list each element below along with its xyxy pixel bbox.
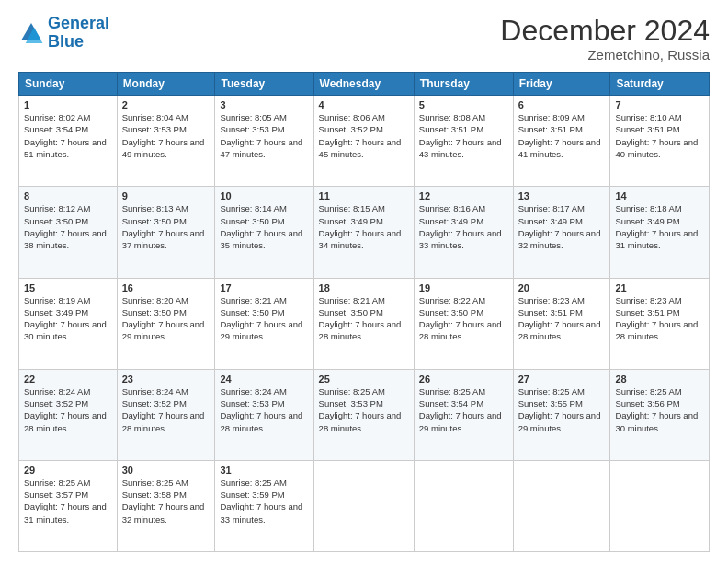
calendar-week-2: 8Sunrise: 8:12 AMSunset: 3:50 PMDaylight…	[19, 187, 710, 278]
calendar-cell: 27Sunrise: 8:25 AMSunset: 3:55 PMDayligh…	[513, 369, 610, 460]
day-detail: Sunrise: 8:12 AMSunset: 3:50 PMDaylight:…	[24, 202, 112, 251]
day-number: 11	[319, 190, 409, 201]
calendar-cell	[513, 460, 610, 551]
calendar-subtitle: Zemetchino, Russia	[500, 47, 710, 63]
calendar-cell: 4Sunrise: 8:06 AMSunset: 3:52 PMDaylight…	[313, 96, 414, 187]
calendar-cell: 12Sunrise: 8:16 AMSunset: 3:49 PMDayligh…	[414, 187, 513, 278]
day-detail: Sunrise: 8:18 AMSunset: 3:49 PMDaylight:…	[615, 202, 704, 251]
calendar-week-5: 29Sunrise: 8:25 AMSunset: 3:57 PMDayligh…	[19, 460, 710, 551]
day-detail: Sunrise: 8:02 AMSunset: 3:54 PMDaylight:…	[24, 111, 112, 160]
calendar-header-row: Sunday Monday Tuesday Wednesday Thursday…	[19, 73, 710, 96]
calendar-cell: 31Sunrise: 8:25 AMSunset: 3:59 PMDayligh…	[215, 460, 313, 551]
day-detail: Sunrise: 8:25 AMSunset: 3:55 PMDaylight:…	[518, 385, 606, 434]
day-number: 21	[615, 282, 704, 293]
day-number: 6	[518, 99, 606, 110]
header-monday: Monday	[117, 73, 215, 96]
day-detail: Sunrise: 8:16 AMSunset: 3:49 PMDaylight:…	[419, 202, 508, 251]
calendar-cell: 11Sunrise: 8:15 AMSunset: 3:49 PMDayligh…	[313, 187, 414, 278]
header-thursday: Thursday	[414, 73, 513, 96]
calendar-cell: 22Sunrise: 8:24 AMSunset: 3:52 PMDayligh…	[19, 369, 118, 460]
day-number: 24	[220, 373, 308, 385]
calendar-cell: 17Sunrise: 8:21 AMSunset: 3:50 PMDayligh…	[215, 278, 313, 369]
day-number: 2	[122, 99, 210, 110]
day-number: 15	[24, 282, 112, 293]
day-number: 9	[122, 190, 210, 201]
day-number: 16	[122, 282, 210, 293]
day-detail: Sunrise: 8:25 AMSunset: 3:53 PMDaylight:…	[319, 385, 409, 434]
page: General Blue December 2024 Zemetchino, R…	[0, 0, 728, 563]
logo-line1: General	[48, 14, 109, 32]
calendar-cell: 29Sunrise: 8:25 AMSunset: 3:57 PMDayligh…	[19, 460, 118, 551]
calendar-cell: 2Sunrise: 8:04 AMSunset: 3:53 PMDaylight…	[117, 96, 215, 187]
day-detail: Sunrise: 8:13 AMSunset: 3:50 PMDaylight:…	[122, 202, 210, 251]
day-number: 17	[220, 282, 308, 293]
calendar-cell: 16Sunrise: 8:20 AMSunset: 3:50 PMDayligh…	[117, 278, 215, 369]
day-detail: Sunrise: 8:21 AMSunset: 3:50 PMDaylight:…	[220, 294, 308, 343]
day-detail: Sunrise: 8:19 AMSunset: 3:49 PMDaylight:…	[24, 294, 112, 343]
calendar-cell: 7Sunrise: 8:10 AMSunset: 3:51 PMDaylight…	[610, 96, 710, 187]
day-number: 25	[319, 373, 409, 385]
day-number: 1	[24, 99, 112, 110]
day-number: 8	[24, 190, 112, 201]
day-number: 26	[419, 373, 508, 385]
day-detail: Sunrise: 8:09 AMSunset: 3:51 PMDaylight:…	[518, 111, 606, 160]
day-detail: Sunrise: 8:25 AMSunset: 3:57 PMDaylight:…	[24, 477, 112, 525]
header: General Blue December 2024 Zemetchino, R…	[18, 15, 710, 63]
header-tuesday: Tuesday	[215, 73, 313, 96]
calendar-cell: 19Sunrise: 8:22 AMSunset: 3:50 PMDayligh…	[414, 278, 513, 369]
logo-icon	[18, 20, 44, 46]
calendar-cell: 5Sunrise: 8:08 AMSunset: 3:51 PMDaylight…	[414, 96, 513, 187]
day-detail: Sunrise: 8:04 AMSunset: 3:53 PMDaylight:…	[122, 111, 210, 160]
day-number: 12	[419, 190, 508, 201]
calendar-cell: 18Sunrise: 8:21 AMSunset: 3:50 PMDayligh…	[313, 278, 414, 369]
header-saturday: Saturday	[610, 73, 710, 96]
day-detail: Sunrise: 8:23 AMSunset: 3:51 PMDaylight:…	[615, 294, 704, 343]
day-number: 27	[518, 373, 606, 385]
day-detail: Sunrise: 8:10 AMSunset: 3:51 PMDaylight:…	[615, 111, 704, 160]
day-detail: Sunrise: 8:24 AMSunset: 3:52 PMDaylight:…	[122, 385, 210, 434]
day-number: 30	[122, 465, 210, 476]
day-detail: Sunrise: 8:24 AMSunset: 3:53 PMDaylight:…	[220, 385, 308, 434]
header-friday: Friday	[513, 73, 610, 96]
calendar-cell: 1Sunrise: 8:02 AMSunset: 3:54 PMDaylight…	[19, 96, 118, 187]
day-number: 5	[419, 99, 508, 110]
day-number: 3	[220, 99, 308, 110]
day-detail: Sunrise: 8:25 AMSunset: 3:54 PMDaylight:…	[419, 385, 508, 434]
day-number: 23	[122, 373, 210, 385]
day-number: 28	[615, 373, 704, 385]
calendar-cell: 24Sunrise: 8:24 AMSunset: 3:53 PMDayligh…	[215, 369, 313, 460]
logo-line2: Blue	[48, 32, 84, 51]
day-number: 4	[319, 99, 409, 110]
day-detail: Sunrise: 8:06 AMSunset: 3:52 PMDaylight:…	[319, 111, 409, 160]
calendar-cell: 9Sunrise: 8:13 AMSunset: 3:50 PMDaylight…	[117, 187, 215, 278]
calendar-cell: 3Sunrise: 8:05 AMSunset: 3:53 PMDaylight…	[215, 96, 313, 187]
day-detail: Sunrise: 8:08 AMSunset: 3:51 PMDaylight:…	[419, 111, 508, 160]
day-number: 7	[615, 99, 704, 110]
day-number: 22	[24, 373, 112, 385]
day-number: 29	[24, 465, 112, 476]
day-detail: Sunrise: 8:20 AMSunset: 3:50 PMDaylight:…	[122, 294, 210, 343]
day-detail: Sunrise: 8:22 AMSunset: 3:50 PMDaylight:…	[419, 294, 508, 343]
calendar-cell: 13Sunrise: 8:17 AMSunset: 3:49 PMDayligh…	[513, 187, 610, 278]
day-number: 18	[319, 282, 409, 293]
day-detail: Sunrise: 8:21 AMSunset: 3:50 PMDaylight:…	[319, 294, 409, 343]
calendar-cell: 25Sunrise: 8:25 AMSunset: 3:53 PMDayligh…	[313, 369, 414, 460]
calendar-cell: 21Sunrise: 8:23 AMSunset: 3:51 PMDayligh…	[610, 278, 710, 369]
day-detail: Sunrise: 8:25 AMSunset: 3:59 PMDaylight:…	[220, 477, 308, 525]
calendar-cell: 30Sunrise: 8:25 AMSunset: 3:58 PMDayligh…	[117, 460, 215, 551]
calendar-cell: 20Sunrise: 8:23 AMSunset: 3:51 PMDayligh…	[513, 278, 610, 369]
calendar-cell	[313, 460, 414, 551]
title-block: December 2024 Zemetchino, Russia	[500, 15, 710, 63]
calendar-cell: 10Sunrise: 8:14 AMSunset: 3:50 PMDayligh…	[215, 187, 313, 278]
day-detail: Sunrise: 8:23 AMSunset: 3:51 PMDaylight:…	[518, 294, 606, 343]
calendar-cell: 23Sunrise: 8:24 AMSunset: 3:52 PMDayligh…	[117, 369, 215, 460]
calendar-cell: 14Sunrise: 8:18 AMSunset: 3:49 PMDayligh…	[610, 187, 710, 278]
calendar-table: Sunday Monday Tuesday Wednesday Thursday…	[18, 72, 710, 552]
calendar-cell	[610, 460, 710, 551]
day-number: 10	[220, 190, 308, 201]
day-detail: Sunrise: 8:15 AMSunset: 3:49 PMDaylight:…	[319, 202, 409, 251]
day-number: 14	[615, 190, 704, 201]
day-detail: Sunrise: 8:25 AMSunset: 3:58 PMDaylight:…	[122, 477, 210, 525]
day-number: 19	[419, 282, 508, 293]
calendar-week-3: 15Sunrise: 8:19 AMSunset: 3:49 PMDayligh…	[19, 278, 710, 369]
